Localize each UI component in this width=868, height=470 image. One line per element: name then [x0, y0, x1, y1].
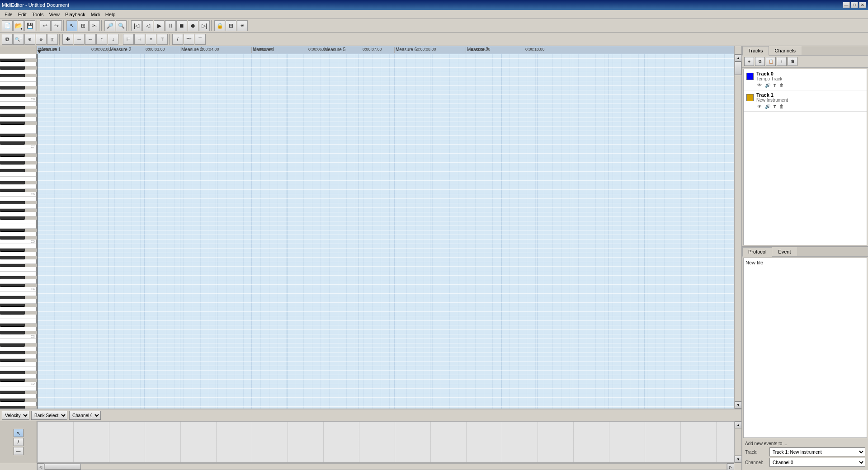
draw-line-btn[interactable]: — — [14, 447, 24, 455]
piano-key-black[interactable] — [0, 134, 25, 137]
piano-key-black[interactable] — [0, 276, 25, 279]
menu-midi[interactable]: Midi — [88, 11, 103, 18]
piano-key-white[interactable] — [0, 291, 37, 296]
piano-key-white[interactable] — [0, 299, 37, 304]
menu-playback[interactable]: Playback — [62, 11, 88, 18]
piano-key-black[interactable] — [0, 379, 25, 382]
piano-key-white[interactable] — [0, 267, 37, 272]
zoom-sel-btn[interactable]: ⊕ — [24, 34, 35, 45]
piano-key-white[interactable] — [0, 307, 37, 311]
piano-key-white[interactable] — [0, 149, 37, 154]
piano-key-black[interactable] — [0, 141, 25, 145]
piano-key-white[interactable]: C5 — [0, 240, 37, 244]
scroll-up-arrow[interactable]: ▲ — [735, 54, 741, 61]
piano-key-white[interactable] — [0, 82, 37, 86]
piano-key-white[interactable] — [0, 164, 37, 169]
piano-key-black[interactable] — [0, 359, 25, 362]
piano-key-black[interactable] — [0, 181, 25, 184]
piano-key-white[interactable] — [0, 129, 37, 134]
distribute-btn[interactable]: ⊤ — [157, 34, 168, 45]
piano-key-white[interactable] — [0, 89, 37, 94]
draw-arc-btn[interactable]: ⌒ — [195, 34, 206, 45]
piano-key-white[interactable] — [0, 279, 37, 284]
piano-key-white[interactable] — [0, 244, 37, 249]
piano-key-white[interactable] — [0, 224, 37, 229]
to-start-btn[interactable]: |◁ — [131, 20, 142, 31]
scroll-down-arrow[interactable]: ▼ — [735, 401, 741, 409]
erase-tool[interactable]: ✂ — [89, 20, 100, 31]
piano-key-white[interactable] — [0, 362, 37, 367]
track-0-delete-btn[interactable]: 🗑 — [778, 82, 785, 88]
piano-key-black[interactable] — [0, 229, 25, 232]
piano-key-white[interactable] — [0, 259, 37, 264]
piano-key-black[interactable] — [0, 189, 25, 192]
redo-button[interactable]: ↪ — [51, 20, 62, 31]
new-button[interactable]: 📄 — [2, 20, 13, 31]
piano-key-black[interactable] — [0, 66, 25, 70]
move-right-btn[interactable]: → — [74, 34, 85, 45]
paste-track-btn[interactable]: 📋 — [766, 57, 776, 66]
piano-key-white[interactable] — [0, 354, 37, 359]
piano-key-white[interactable] — [0, 327, 37, 331]
stop-btn[interactable]: ⏹ — [176, 20, 187, 31]
minimize-button[interactable]: — — [843, 2, 850, 8]
piano-key-black[interactable] — [0, 106, 25, 109]
scroll-right-arrow[interactable]: ▷ — [727, 463, 734, 470]
piano-key-white[interactable] — [0, 137, 37, 141]
main-grid[interactable] — [37, 54, 734, 409]
prev-btn[interactable]: ◁ — [142, 20, 153, 31]
track-0-visible-btn[interactable]: 👁 — [756, 82, 763, 88]
maximize-button[interactable]: □ — [851, 2, 858, 8]
select-rect-tool[interactable]: ⊞ — [78, 20, 89, 31]
piano-key-white[interactable] — [0, 347, 37, 351]
piano-key-white[interactable] — [0, 54, 37, 59]
menu-file[interactable]: File — [2, 11, 15, 18]
piano-key-white[interactable] — [0, 319, 37, 324]
piano-key-white[interactable] — [0, 386, 37, 391]
piano-key-black[interactable] — [0, 284, 25, 287]
menu-help[interactable]: Help — [103, 11, 118, 18]
piano-key-white[interactable] — [0, 212, 37, 216]
piano-key-black[interactable] — [0, 256, 25, 259]
piano-key-white[interactable]: C7 — [0, 145, 37, 149]
zoom-out2-btn[interactable]: ⊖ — [36, 34, 47, 45]
grid-canvas[interactable] — [37, 54, 734, 409]
open-button[interactable]: 📂 ▼ — [13, 20, 24, 31]
vel-scroll-track[interactable] — [735, 428, 741, 456]
menu-tools[interactable]: Tools — [29, 11, 47, 18]
piano-key-black[interactable] — [0, 122, 25, 125]
piano-key-white[interactable] — [0, 197, 37, 201]
draw-curve-btn[interactable]: 〜 — [184, 34, 194, 45]
to-end-btn[interactable]: ▷| — [199, 20, 210, 31]
tab-channels[interactable]: Channels — [769, 46, 802, 55]
zoom-in-btn[interactable]: 🔎 — [104, 20, 115, 31]
piano-key-white[interactable] — [0, 102, 37, 106]
zoom-fit-btn[interactable]: ◫ — [47, 34, 58, 45]
move-track-up-btn[interactable]: ↑ — [777, 57, 787, 66]
select-tool[interactable]: ↖ — [66, 20, 77, 31]
add-events-channel-select[interactable]: Channel 0 — [769, 458, 865, 467]
draw-pencil-btn[interactable]: / — [14, 438, 24, 446]
piano-key-white[interactable] — [0, 184, 37, 189]
velocity-dropdown[interactable]: Velocity — [2, 411, 29, 420]
scroll-thumb-inner[interactable] — [735, 61, 741, 75]
piano-key-black[interactable] — [0, 331, 25, 334]
piano-key-white[interactable] — [0, 125, 37, 129]
piano-key-black[interactable] — [0, 399, 25, 402]
add-track-btn[interactable]: + — [744, 57, 754, 66]
piano-key-white[interactable] — [0, 252, 37, 256]
piano-key-white[interactable] — [0, 77, 37, 82]
track-0-rename-btn[interactable]: T — [773, 83, 777, 88]
piano-key-black[interactable] — [0, 94, 25, 97]
bank-select-dropdown[interactable]: Bank Select — [31, 411, 67, 420]
transpose-down-btn[interactable]: ↓ — [108, 34, 118, 45]
piano-key-black[interactable] — [0, 154, 25, 157]
lock-btn[interactable]: 🔒 — [214, 20, 225, 31]
piano-key-white[interactable] — [0, 367, 37, 371]
piano-key-white[interactable] — [0, 177, 37, 181]
piano-key-black[interactable] — [0, 169, 25, 172]
piano-key-white[interactable] — [0, 220, 37, 224]
scroll-left-arrow[interactable]: ◁ — [37, 463, 44, 470]
piano-key-black[interactable] — [0, 114, 25, 117]
tab-event[interactable]: Event — [772, 247, 797, 256]
